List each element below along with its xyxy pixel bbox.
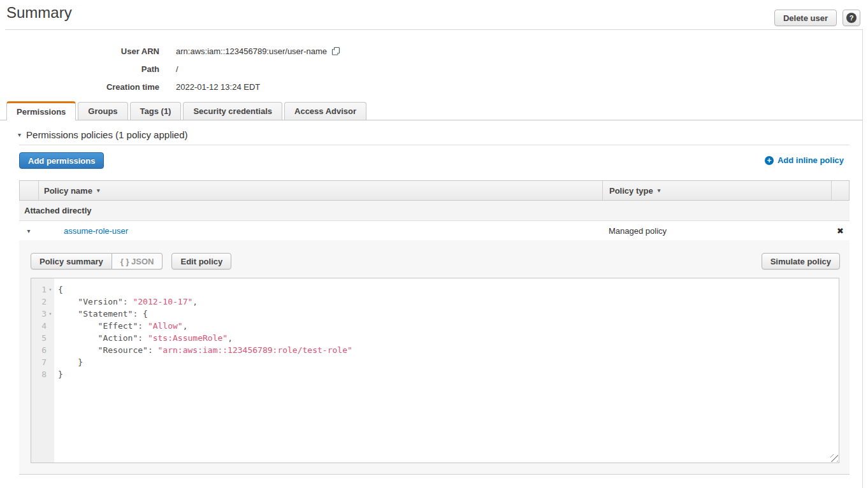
remove-policy-icon[interactable]: ✖ xyxy=(837,226,844,236)
code-line: "Action": "sts:AssumeRole", xyxy=(58,332,839,344)
page-right-divider xyxy=(862,30,863,488)
page-title: Summary xyxy=(6,4,72,22)
editor-resize-handle[interactable] xyxy=(830,454,838,462)
fold-caret-icon[interactable]: ▾ xyxy=(47,283,54,296)
iam-user-summary-page: Summary Delete user ? User ARN arn:aws:i… xyxy=(0,0,868,488)
policy-type-value: Managed policy xyxy=(609,226,667,236)
expand-column-header xyxy=(20,181,39,200)
sort-arrow-icon: ▾ xyxy=(658,187,661,194)
creation-time-label: Creation time xyxy=(0,82,159,92)
expand-caret-icon: ▾ xyxy=(27,227,30,234)
header-actions: Delete user ? xyxy=(774,10,860,26)
fold-caret-icon[interactable]: ▾ xyxy=(47,308,54,320)
code-line: "Statement": { xyxy=(58,308,839,320)
action-column-header xyxy=(832,181,849,200)
user-arn-label: User ARN xyxy=(0,47,159,56)
user-info-section: User ARN arn:aws:iam::123456789:user/use… xyxy=(0,42,341,96)
policy-table-header: Policy name ▾ Policy type ▾ xyxy=(19,180,850,201)
help-icon: ? xyxy=(846,13,857,23)
section-divider xyxy=(19,145,850,145)
user-arn-row: User ARN arn:aws:iam::123456789:user/use… xyxy=(0,42,341,60)
creation-time-row: Creation time 2022-01-12 13:24 EDT xyxy=(0,78,341,96)
edit-policy-button[interactable]: Edit policy xyxy=(171,253,231,269)
code-line: "Effect": "Allow", xyxy=(58,320,839,332)
copy-icon[interactable] xyxy=(331,47,341,56)
sort-arrow-icon: ▾ xyxy=(97,187,100,194)
add-permissions-button[interactable]: Add permissions xyxy=(19,152,104,169)
code-line: } xyxy=(58,368,839,380)
tab-strip: Permissions Groups Tags (1) Security cre… xyxy=(0,102,862,120)
expand-policy-toggle[interactable]: ▾ xyxy=(19,227,38,234)
header-divider xyxy=(5,29,863,30)
editor-code-area[interactable]: { "Version": "2012-10-17", "Statement": … xyxy=(54,278,839,463)
path-label: Path xyxy=(0,64,159,74)
policy-summary-button[interactable]: Policy summary xyxy=(31,253,112,269)
plus-circle-icon: + xyxy=(765,156,774,165)
attached-directly-group-row: Attached directly xyxy=(19,201,850,221)
code-line: "Version": "2012-10-17", xyxy=(58,296,839,308)
tab-tags[interactable]: Tags (1) xyxy=(130,102,182,120)
policy-json-editor[interactable]: 1▾ 2 3▾ 4 5 6 7 8 { "Version": "2012-10-… xyxy=(31,278,839,463)
permissions-policies-title: Permissions policies (1 policy applied) xyxy=(26,129,187,140)
delete-user-button[interactable]: Delete user xyxy=(774,10,837,26)
collapse-caret-icon: ▾ xyxy=(18,131,21,138)
policy-type-column-header[interactable]: Policy type ▾ xyxy=(603,181,832,200)
code-line: { xyxy=(58,283,839,296)
code-line: "Resource": "arn:aws:iam::123456789:role… xyxy=(58,344,839,356)
path-row: Path / xyxy=(0,60,341,78)
permissions-policies-header[interactable]: ▾ Permissions policies (1 policy applied… xyxy=(18,129,187,140)
policy-name-column-header[interactable]: Policy name ▾ xyxy=(39,181,603,200)
editor-gutter: 1▾ 2 3▾ 4 5 6 7 8 xyxy=(31,278,54,463)
simulate-policy-button[interactable]: Simulate policy xyxy=(762,253,840,269)
help-button[interactable]: ? xyxy=(843,10,860,26)
policy-view-segmented-control: Policy summary { } JSON xyxy=(31,253,163,269)
tab-permissions[interactable]: Permissions xyxy=(6,101,76,120)
tab-security-credentials[interactable]: Security credentials xyxy=(183,102,282,120)
json-view-button[interactable]: { } JSON xyxy=(112,253,163,269)
policy-table: Policy name ▾ Policy type ▾ Attached dir… xyxy=(19,180,850,475)
tab-groups[interactable]: Groups xyxy=(78,102,127,120)
policy-detail-toolbar: Policy summary { } JSON Edit policy xyxy=(31,253,231,269)
user-arn-value: arn:aws:iam::123456789:user/user-name xyxy=(176,47,327,56)
policy-row: ▾ assume-role-user Managed policy ✖ xyxy=(19,221,850,240)
creation-time-value: 2022-01-12 13:24 EDT xyxy=(176,82,260,92)
path-value: / xyxy=(176,64,178,74)
policy-name-link[interactable]: assume-role-user xyxy=(64,226,128,236)
policy-detail-panel: Policy summary { } JSON Edit policy Simu… xyxy=(19,240,850,475)
add-inline-policy-link[interactable]: + Add inline policy xyxy=(765,155,844,165)
tab-access-advisor[interactable]: Access Advisor xyxy=(284,102,366,120)
code-line: } xyxy=(58,356,839,368)
